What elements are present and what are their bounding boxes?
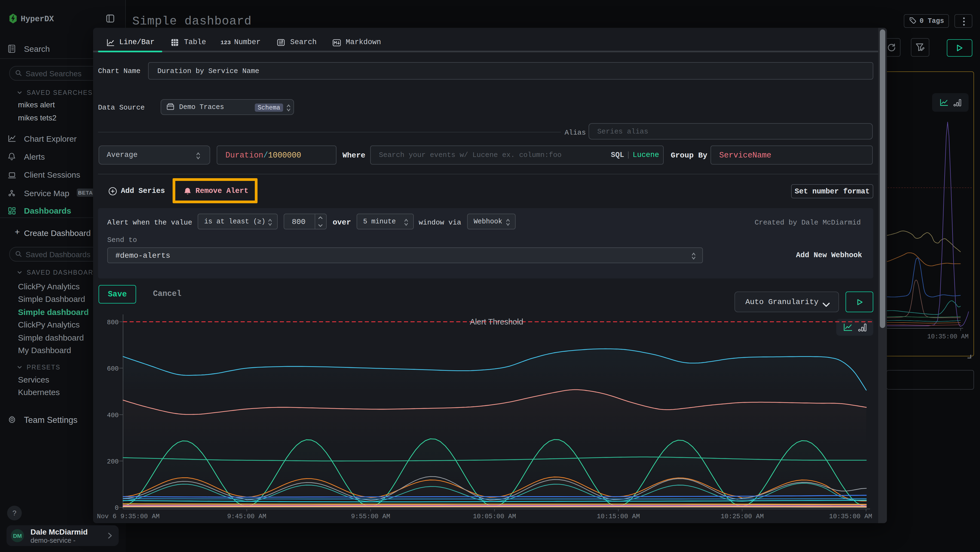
svg-text:0: 0	[115, 504, 119, 512]
svg-text:600: 600	[107, 365, 119, 372]
svg-text:9:55:00 AM: 9:55:00 AM	[351, 513, 390, 520]
svg-text:400: 400	[107, 412, 119, 419]
svg-text:200: 200	[107, 458, 119, 465]
svg-text:Nov 6 9:35:00 AM: Nov 6 9:35:00 AM	[97, 513, 159, 520]
svg-text:10:15:00 AM: 10:15:00 AM	[597, 513, 640, 520]
svg-text:10:35:00 AM: 10:35:00 AM	[829, 513, 872, 520]
svg-text:Alert Threshold: Alert Threshold	[470, 317, 523, 326]
svg-text:10:25:00 AM: 10:25:00 AM	[721, 513, 764, 520]
svg-text:10:05:00 AM: 10:05:00 AM	[473, 513, 516, 520]
svg-text:800: 800	[107, 319, 119, 326]
svg-text:9:45:00 AM: 9:45:00 AM	[227, 513, 266, 520]
